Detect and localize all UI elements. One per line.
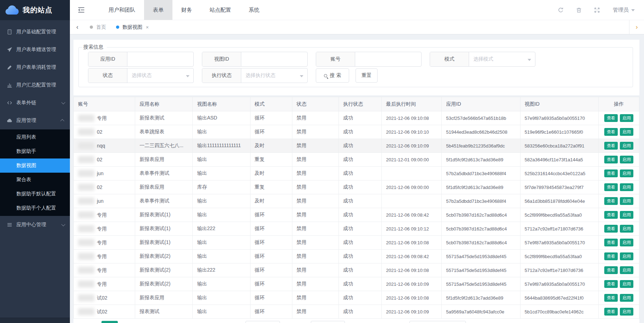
- sidebar-subitem[interactable]: 数据助手个人配置: [0, 201, 70, 215]
- admin-user-menu[interactable]: 管理员: [613, 7, 635, 13]
- sidebar-collapse-bar[interactable]: [0, 318, 70, 323]
- pagination-control[interactable]: [409, 321, 466, 323]
- view-button[interactable]: 查看: [604, 266, 618, 274]
- table-row: 专用新报表测试(2)输出循环禁用成功2021-12-06 09:08:42557…: [74, 250, 639, 263]
- sidebar-item[interactable]: 用户基础配置管理: [0, 23, 70, 41]
- refresh-icon[interactable]: [558, 7, 564, 13]
- pagination-control[interactable]: [311, 321, 345, 323]
- sidebar-item[interactable]: 用户汇总配置管理: [0, 76, 70, 94]
- sidebar: 我的站点 用户基础配置管理用户表单赠送管理用户表单消耗管理用户汇总配置管理表单外…: [0, 0, 70, 323]
- mode-select[interactable]: 选择模式: [469, 52, 535, 66]
- last-exec-time-cell: 2021-12-06 09:10:09: [382, 139, 442, 153]
- search-button[interactable]: 搜 索: [316, 68, 349, 83]
- app-id-input[interactable]: [132, 56, 189, 62]
- reset-button[interactable]: 重置: [356, 68, 378, 83]
- app-id-cell: 51944ed3ead8c662b46d2508: [442, 125, 520, 139]
- view-button[interactable]: 查看: [604, 197, 618, 205]
- tabs-scroll-right-icon[interactable]: ›: [629, 20, 644, 34]
- status-select[interactable]: 选择状态: [127, 68, 193, 83]
- page-tab[interactable]: 首页: [85, 20, 111, 34]
- bar-chart-icon: [6, 82, 12, 88]
- search-icon: [324, 74, 327, 77]
- enable-button[interactable]: 启用: [620, 128, 633, 136]
- nav-item[interactable]: 用户和团队: [100, 0, 144, 20]
- list-icon: [6, 222, 12, 228]
- sidebar-item-label: 表单外链: [16, 100, 59, 106]
- actions-cell: 查看启用: [598, 222, 639, 236]
- mode-cell: 重复: [250, 153, 292, 167]
- sidebar-item[interactable]: 表单外链: [0, 94, 70, 112]
- view-name-cell: 输出: [193, 125, 250, 139]
- sidebar-subitem[interactable]: 数据助手: [0, 144, 70, 158]
- app-name-cell: 新报表测试(1): [135, 236, 193, 250]
- view-button[interactable]: 查看: [604, 239, 618, 246]
- view-button[interactable]: 查看: [604, 280, 618, 288]
- status-field-group: 状态选择状态: [88, 68, 194, 83]
- table-body: 专用新报表测试输出ASD循环禁用成功2021-12-06 09:10:0853c…: [74, 111, 639, 319]
- view-button[interactable]: 查看: [604, 211, 618, 219]
- exec-status-cell: 成功: [338, 180, 381, 194]
- view-button[interactable]: 查看: [604, 308, 618, 316]
- column-header: 视图ID: [520, 97, 598, 111]
- sidebar-subitem[interactable]: 数据助手默认配置: [0, 187, 70, 201]
- sidebar-item[interactable]: 用户表单消耗管理: [0, 59, 70, 76]
- enable-button[interactable]: 启用: [620, 183, 633, 191]
- exec-status-cell: 成功: [338, 125, 381, 139]
- fullscreen-icon[interactable]: [594, 7, 600, 13]
- last-exec-time-cell: 2021-12-06 09:10:12: [382, 222, 442, 236]
- view-button[interactable]: 查看: [604, 114, 618, 122]
- enable-button[interactable]: 启用: [620, 211, 633, 219]
- site-logo[interactable]: 我的站点: [0, 0, 70, 20]
- enable-button[interactable]: 启用: [620, 142, 633, 150]
- trash-icon[interactable]: [576, 7, 582, 13]
- view-button[interactable]: 查看: [604, 183, 618, 191]
- enable-button[interactable]: 启用: [620, 308, 633, 316]
- mode-cell: 循环: [250, 263, 292, 277]
- enable-button[interactable]: 启用: [620, 156, 633, 163]
- enable-button[interactable]: 启用: [620, 239, 633, 246]
- view-id-cell: 57e9f87a6935a5b0a0055170: [520, 236, 598, 250]
- redacted-blur: [78, 197, 94, 205]
- enable-button[interactable]: 启用: [620, 266, 633, 274]
- pagination-control[interactable]: [246, 321, 280, 323]
- nav-item[interactable]: 表单: [144, 0, 172, 20]
- account-input[interactable]: [359, 56, 417, 62]
- view-button[interactable]: 查看: [604, 169, 618, 177]
- actions-cell: 查看启用: [598, 153, 639, 167]
- view-button[interactable]: 查看: [604, 142, 618, 150]
- view-id-input[interactable]: [246, 56, 303, 62]
- sidebar-subitem[interactable]: 数据视图: [0, 158, 70, 173]
- tabs-scroll-left-icon[interactable]: ‹: [70, 20, 85, 34]
- sidebar-item[interactable]: 应用中心管理: [0, 216, 70, 234]
- view-button[interactable]: 查看: [604, 225, 618, 233]
- view-button[interactable]: 查看: [604, 156, 618, 163]
- sidebar-item[interactable]: 应用管理: [0, 112, 70, 129]
- app-id-cell: 55715a475de5d1953d8def45: [442, 263, 520, 277]
- page-tab[interactable]: 数据视图×: [111, 20, 154, 34]
- send-icon: [6, 47, 12, 53]
- sidebar-subitem[interactable]: 应用列表: [0, 130, 70, 144]
- view-button[interactable]: 查看: [604, 128, 618, 136]
- nav-item[interactable]: 站点配置: [201, 0, 240, 20]
- view-button[interactable]: 查看: [604, 294, 618, 302]
- app-name-cell: 新报表应用: [135, 180, 193, 194]
- exec-status-select[interactable]: 选择执行状态: [241, 68, 307, 83]
- tab-close-icon[interactable]: ×: [146, 24, 149, 30]
- enable-button[interactable]: 启用: [620, 252, 633, 260]
- sidebar-subitem[interactable]: 聚合表: [0, 173, 70, 187]
- app-name-cell: 新报表测试(2): [135, 250, 193, 263]
- menu-fold-icon[interactable]: [78, 7, 85, 13]
- nav-item[interactable]: 财务: [172, 0, 201, 20]
- enable-button[interactable]: 启用: [620, 197, 633, 205]
- view-button[interactable]: 查看: [604, 252, 618, 260]
- enable-button[interactable]: 启用: [620, 225, 633, 233]
- nav-item[interactable]: 系统: [240, 0, 268, 20]
- sidebar-item[interactable]: 用户表单赠送管理: [0, 41, 70, 59]
- enable-button[interactable]: 启用: [620, 294, 633, 302]
- pagination-active-page[interactable]: [101, 321, 118, 323]
- enable-button[interactable]: 启用: [620, 169, 633, 177]
- enable-button[interactable]: 启用: [620, 280, 633, 288]
- account-cell: 试02: [74, 305, 135, 319]
- sidebar-item-label: 应用中心管理: [16, 222, 59, 228]
- enable-button[interactable]: 启用: [620, 114, 633, 122]
